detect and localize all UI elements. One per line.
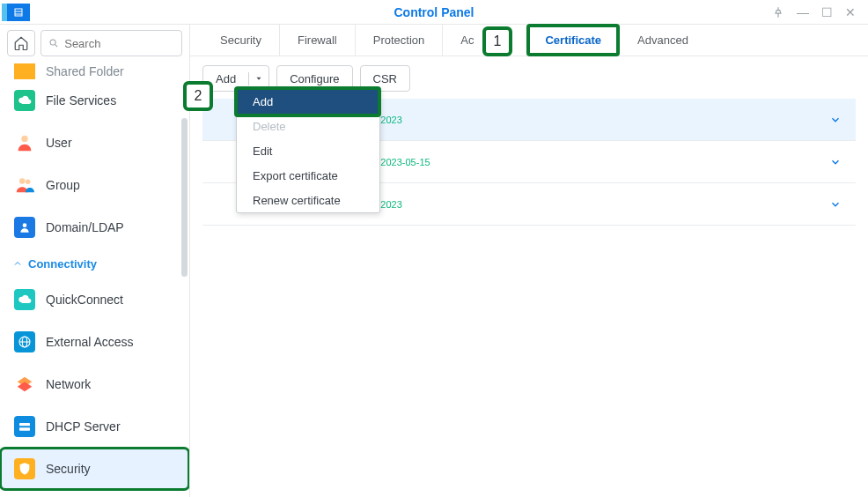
tab-advanced[interactable]: Advanced — [620, 25, 706, 56]
cert-date: 2023 — [380, 115, 401, 125]
sidebar-item-label: External Access — [46, 335, 134, 349]
sidebar-item-file-services[interactable]: File Services — [0, 79, 189, 122]
sidebar-item-quickconnect[interactable]: QuickConnect — [0, 278, 189, 321]
menu-item-label: Edit — [253, 145, 272, 158]
close-icon[interactable]: ✕ — [845, 6, 856, 19]
sidebar-scrollbar[interactable] — [181, 118, 188, 277]
tab-protection[interactable]: Protection — [356, 25, 444, 56]
shield-icon — [14, 458, 35, 479]
tab-label: Firewall — [298, 33, 337, 47]
window-title: Control Panel — [394, 5, 474, 19]
sidebar-item-shared-folder[interactable]: Shared Folder — [0, 63, 189, 79]
menu-item-delete: Delete — [237, 114, 379, 138]
search-input[interactable] — [64, 37, 174, 50]
home-button[interactable] — [7, 30, 35, 56]
add-dropdown-menu: Add Delete Edit Export certificate Renew… — [236, 88, 380, 213]
tab-label: Advanced — [637, 33, 688, 47]
callout-1: 1 — [482, 26, 512, 56]
search-icon — [48, 37, 59, 49]
menu-item-label: Renew certificate — [253, 194, 341, 207]
sidebar-item-group[interactable]: Group — [0, 164, 189, 206]
svg-point-7 — [26, 180, 30, 185]
window-controls: — ☐ ✕ — [772, 6, 868, 19]
cert-date: 2023-05-15 — [380, 157, 430, 167]
svg-point-3 — [50, 40, 55, 45]
svg-rect-13 — [19, 427, 30, 430]
network-icon — [14, 374, 35, 395]
svg-point-6 — [19, 178, 25, 183]
titlebar: Control Panel — ☐ ✕ — [0, 0, 868, 25]
menu-item-renew-certificate[interactable]: Renew certificate — [237, 188, 379, 212]
sidebar-item-user[interactable]: User — [0, 122, 189, 164]
sidebar-category-label: Connectivity — [28, 257, 97, 271]
sidebar-item-label: Security — [46, 462, 91, 476]
chevron-down-icon[interactable] — [249, 74, 268, 83]
sidebar-category-connectivity[interactable]: Connectivity — [0, 248, 189, 278]
minimize-icon[interactable]: — — [797, 6, 809, 19]
tab-label: Security — [220, 33, 261, 47]
sidebar-item-label: Shared Folder — [46, 64, 124, 78]
sidebar: Shared Folder File Services User Group — [0, 25, 190, 497]
callout-label: 2 — [195, 88, 202, 104]
sidebar-item-label: Group — [46, 178, 80, 192]
chevron-down-icon[interactable] — [829, 114, 842, 126]
sidebar-item-dhcp-server[interactable]: DHCP Server — [0, 405, 189, 448]
sidebar-item-network[interactable]: Network — [0, 363, 189, 405]
menu-item-add[interactable]: Add — [237, 89, 379, 114]
tab-label: Protection — [373, 33, 425, 47]
group-icon — [14, 174, 35, 196]
sidebar-item-label: QuickConnect — [46, 293, 123, 307]
svg-point-8 — [23, 223, 27, 227]
svg-point-5 — [21, 136, 27, 142]
tab-label: Certificate — [545, 33, 601, 47]
sidebar-item-label: File Services — [46, 93, 116, 108]
tab-certificate[interactable]: Certificate — [527, 25, 620, 56]
domain-icon — [14, 217, 35, 238]
sidebar-item-label: DHCP Server — [46, 419, 121, 434]
tab-label: Ac — [460, 33, 474, 47]
menu-item-export-certificate[interactable]: Export certificate — [237, 163, 379, 188]
svg-marker-14 — [257, 78, 261, 80]
tab-security[interactable]: Security — [202, 25, 280, 56]
svg-rect-12 — [19, 423, 30, 426]
cert-date: 2023 — [380, 199, 401, 210]
search-input-wrap[interactable] — [40, 30, 182, 56]
sidebar-item-label: Network — [46, 377, 91, 391]
sidebar-list: Shared Folder File Services User Group — [0, 63, 189, 497]
button-label: CSR — [373, 72, 397, 85]
globe-icon — [14, 331, 35, 352]
sidebar-item-domain-ldap[interactable]: Domain/LDAP — [0, 206, 189, 248]
maximize-icon[interactable]: ☐ — [821, 6, 833, 19]
chevron-down-icon[interactable] — [829, 156, 842, 168]
sidebar-item-external-access[interactable]: External Access — [0, 321, 189, 363]
chevron-down-icon[interactable] — [829, 198, 842, 211]
sidebar-item-label: Domain/LDAP — [46, 220, 124, 234]
svg-rect-0 — [15, 9, 22, 16]
app-icon — [2, 4, 30, 21]
chevron-up-icon — [12, 258, 23, 269]
menu-item-label: Export certificate — [253, 169, 338, 182]
menu-item-label: Delete — [253, 120, 286, 133]
user-icon — [14, 132, 35, 153]
sidebar-item-label: User — [46, 136, 72, 150]
tab-firewall[interactable]: Firewall — [280, 25, 356, 56]
svg-line-4 — [55, 45, 58, 48]
button-label: Configure — [290, 72, 339, 85]
callout-2: 2 — [183, 81, 213, 111]
cloud-icon — [14, 289, 35, 310]
menu-item-label: Add — [253, 95, 273, 108]
tab-bar: Security Firewall Protection Ac Certific… — [190, 25, 868, 56]
callout-label: 1 — [494, 33, 502, 49]
folder-icon — [14, 63, 35, 79]
dhcp-icon — [14, 416, 35, 437]
pin-icon[interactable] — [772, 6, 784, 19]
menu-item-edit[interactable]: Edit — [237, 138, 379, 163]
cloud-icon — [14, 90, 35, 111]
sidebar-item-security[interactable]: Security — [0, 448, 189, 490]
